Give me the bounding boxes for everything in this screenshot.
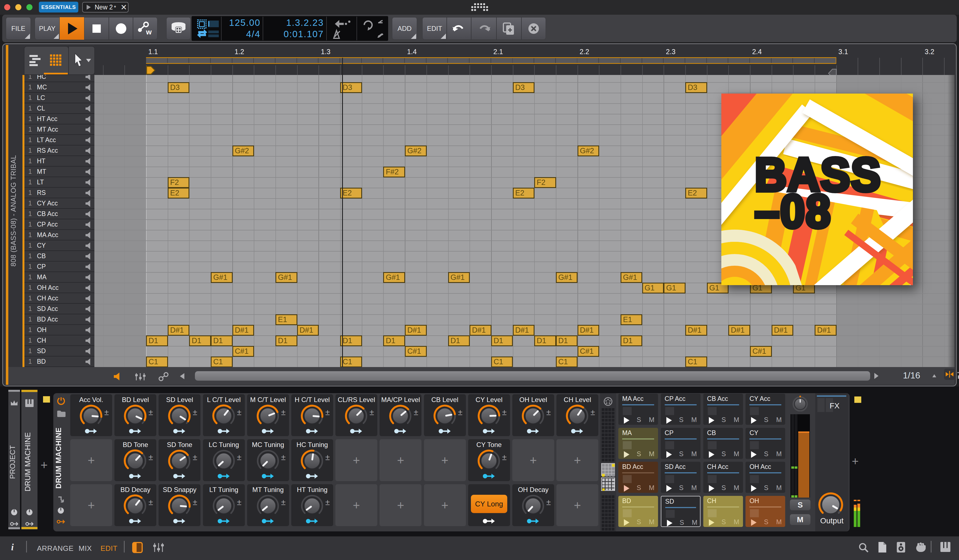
svg-text:w: w [146, 28, 152, 36]
svg-text:–08: –08 [755, 185, 831, 237]
